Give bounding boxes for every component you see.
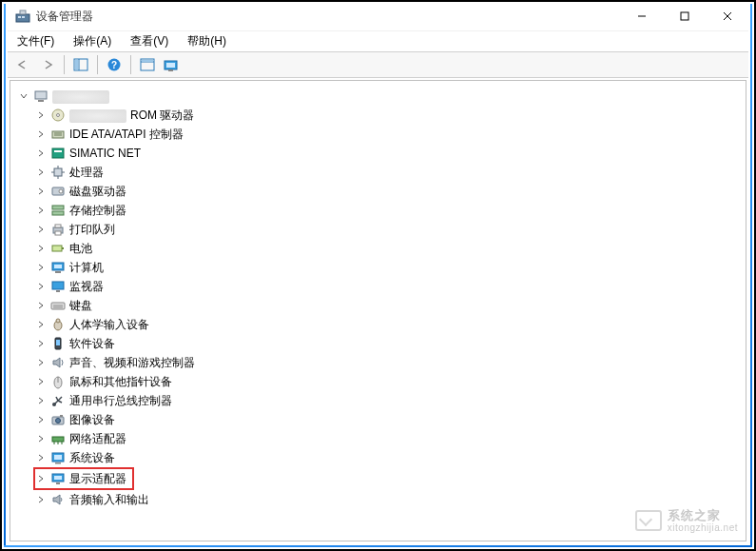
device-category-node[interactable]: 图像设备 [35, 410, 742, 429]
device-category-node[interactable]: 通用串行总线控制器 [35, 391, 742, 410]
svg-rect-18 [168, 69, 173, 71]
chevron-right-icon[interactable] [35, 262, 47, 273]
menu-action[interactable]: 操作(A) [69, 31, 115, 51]
category-label: 计算机 [69, 258, 104, 277]
device-category-node[interactable]: 打印队列 [35, 220, 742, 239]
device-category-node[interactable]: 处理器 [35, 163, 742, 182]
device-category-node[interactable]: IDE ATA/ATAPI 控制器 [35, 125, 742, 144]
toolbar-separator [64, 55, 65, 74]
chevron-right-icon[interactable] [35, 494, 47, 505]
category-icon [50, 412, 66, 427]
chevron-right-icon[interactable] [35, 281, 47, 292]
help-button[interactable]: ? [103, 54, 126, 75]
chevron-right-icon[interactable] [35, 205, 47, 216]
device-category-node[interactable]: 鼠标和其他指针设备 [35, 372, 742, 391]
menu-help[interactable]: 帮助(H) [184, 31, 230, 51]
menubar: 文件(F) 操作(A) 查看(V) 帮助(H) [8, 30, 748, 51]
watermark-sub: xitongzhijia.net [668, 522, 738, 533]
properties-button[interactable] [136, 54, 159, 75]
category-icon [50, 127, 66, 142]
chevron-right-icon[interactable] [35, 319, 47, 330]
category-icon [50, 492, 66, 507]
category-label: 网络适配器 [69, 429, 126, 448]
device-category-node[interactable]: 电池 [35, 239, 742, 258]
svg-line-60 [56, 397, 58, 401]
chevron-right-icon[interactable] [35, 224, 47, 235]
chevron-right-icon[interactable] [35, 186, 47, 197]
chevron-right-icon[interactable] [35, 395, 47, 406]
chevron-right-icon[interactable] [35, 414, 47, 425]
toolbar-separator [97, 55, 98, 74]
category-icon [50, 298, 66, 313]
chevron-right-icon[interactable] [35, 148, 47, 159]
svg-rect-45 [52, 282, 64, 289]
category-icon [50, 431, 66, 446]
svg-rect-27 [54, 150, 62, 152]
close-button[interactable] [706, 3, 748, 30]
device-manager-window: 设备管理器 文件(F) 操作(A) 查看(V) 帮助(H) ? [8, 2, 748, 543]
maximize-button[interactable] [663, 3, 706, 30]
svg-rect-28 [54, 168, 62, 176]
chevron-right-icon[interactable] [35, 357, 47, 368]
device-category-node[interactable]: 显示适配器 [35, 469, 126, 488]
svg-rect-64 [52, 437, 64, 442]
device-category-node[interactable]: 声音、视频和游戏控制器 [35, 353, 742, 372]
chevron-right-icon[interactable] [35, 433, 47, 444]
category-label: 处理器 [69, 163, 104, 182]
device-category-node[interactable]: 系统设备 [35, 448, 742, 467]
category-label: 磁盘驱动器 [69, 182, 126, 201]
svg-rect-19 [35, 91, 47, 99]
svg-rect-40 [52, 246, 62, 251]
device-category-node[interactable]: 监视器 [35, 277, 742, 296]
category-icon [50, 108, 66, 123]
minimize-button[interactable] [620, 3, 663, 30]
chevron-right-icon[interactable] [35, 452, 47, 463]
back-button[interactable] [11, 54, 34, 75]
watermark-logo-icon [635, 510, 662, 531]
device-category-node[interactable]: 人体学输入设备 [35, 315, 742, 334]
chevron-down-icon[interactable] [18, 90, 29, 102]
chevron-right-icon[interactable] [35, 338, 47, 349]
svg-marker-54 [53, 358, 60, 367]
device-category-node[interactable]: 软件设备 [35, 334, 742, 353]
device-category-node[interactable]: 磁盘驱动器 [35, 182, 742, 201]
show-hide-tree-button[interactable] [69, 54, 92, 75]
category-label: 打印队列 [69, 220, 115, 239]
device-category-node[interactable]: 计算机 [35, 258, 742, 277]
toolbar: ? [8, 51, 748, 78]
svg-rect-17 [166, 63, 175, 68]
category-label: 监视器 [69, 277, 104, 296]
svg-rect-1 [20, 10, 26, 14]
category-icon [50, 374, 66, 389]
category-icon [50, 203, 66, 218]
svg-rect-10 [75, 60, 78, 69]
chevron-right-icon[interactable] [35, 300, 47, 311]
chevron-right-icon[interactable] [35, 167, 47, 178]
chevron-right-icon[interactable] [35, 473, 47, 484]
annotation-arrow [172, 538, 277, 541]
device-category-node[interactable]: 键盘 [35, 296, 742, 315]
svg-rect-70 [55, 462, 61, 464]
svg-point-34 [59, 189, 63, 193]
menu-view[interactable]: 查看(V) [126, 31, 172, 51]
scan-hardware-button[interactable] [161, 54, 184, 75]
chevron-right-icon[interactable] [35, 109, 47, 121]
device-category-node[interactable]: ROM 驱动器 [35, 106, 742, 125]
device-tree-panel: ROM 驱动器IDE ATA/ATAPI 控制器SIMATIC NET处理器磁盘… [10, 80, 746, 541]
device-category-node[interactable]: 音频输入和输出 [35, 490, 742, 509]
computer-root-node[interactable] [18, 87, 742, 106]
category-label: 人体学输入设备 [69, 315, 149, 334]
svg-rect-73 [56, 482, 60, 484]
chevron-right-icon[interactable] [35, 128, 47, 140]
device-category-node[interactable]: 网络适配器 [35, 429, 742, 448]
category-label: 图像设备 [69, 410, 115, 429]
chevron-right-icon[interactable] [35, 376, 47, 387]
forward-button[interactable] [36, 54, 59, 75]
device-category-node[interactable]: SIMATIC NET [35, 144, 742, 163]
device-category-node[interactable]: 存储控制器 [35, 201, 742, 220]
menu-file[interactable]: 文件(F) [13, 31, 58, 51]
computer-icon [33, 89, 48, 104]
chevron-right-icon[interactable] [35, 243, 47, 254]
device-tree[interactable]: ROM 驱动器IDE ATA/ATAPI 控制器SIMATIC NET处理器磁盘… [14, 87, 742, 509]
svg-rect-20 [38, 100, 44, 102]
